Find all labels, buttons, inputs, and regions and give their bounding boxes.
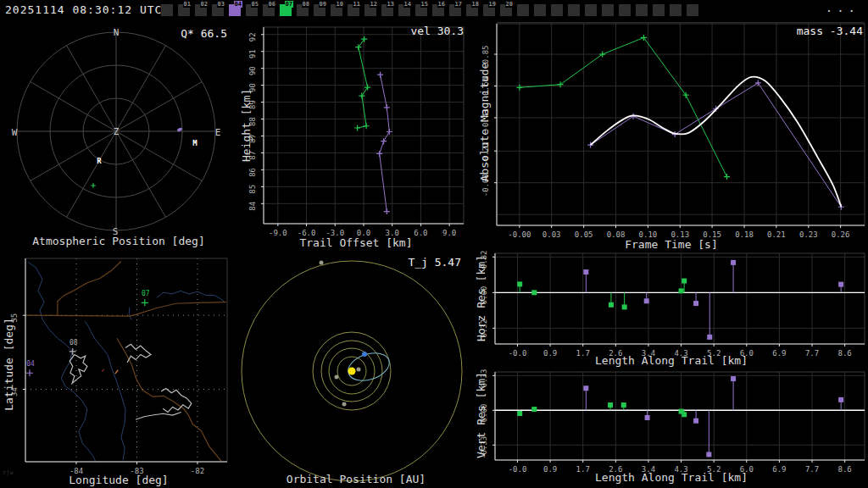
station-slot-x0[interactable] <box>161 4 173 16</box>
station-slot-label: 09 <box>319 1 327 8</box>
station-slot-x30[interactable] <box>670 4 682 16</box>
station-slot-x26[interactable] <box>602 4 614 16</box>
station-slot-18[interactable]: 18 <box>466 4 478 16</box>
station-slot-label: 15 <box>420 1 429 8</box>
svg-text:N: N <box>114 27 120 38</box>
overflow-menu[interactable]: ... <box>826 1 860 14</box>
station-slot-16[interactable]: 16 <box>432 4 444 16</box>
station-slot-04[interactable]: 04 <box>229 4 241 16</box>
station-slot-x28[interactable] <box>636 4 648 16</box>
station-slot-x21[interactable] <box>517 4 529 16</box>
station-slot-17[interactable]: 17 <box>449 4 461 16</box>
station-slot-12[interactable]: 12 <box>364 4 376 16</box>
station-slot-label: 06 <box>268 1 276 8</box>
watermark: rjw <box>3 469 14 476</box>
station-slot-label: 12 <box>370 1 378 8</box>
svg-text:08: 08 <box>70 339 78 347</box>
station-slot-x25[interactable] <box>585 4 597 16</box>
station-slot-label: 01 <box>183 1 192 8</box>
orbital-diagram <box>237 251 475 488</box>
station-slot-label: 20 <box>505 1 514 8</box>
svg-text:92: 92 <box>248 32 257 42</box>
station-slot-01[interactable]: 01 <box>178 4 190 16</box>
utc-clock: 20251114 08:30:12 UTC <box>5 3 162 16</box>
trail-offset-chart: -9.0-6.0-3.00.03.06.09.09291909089888787… <box>237 20 475 254</box>
station-slot-10[interactable]: 10 <box>331 4 342 16</box>
station-slot-06[interactable]: 06 <box>263 4 275 16</box>
svg-text:91: 91 <box>248 49 257 58</box>
meteor-analysis-window: 20251114 08:30:12 UTC 010203040506070809… <box>0 0 868 488</box>
svg-text:84: 84 <box>248 202 257 211</box>
station-slot-label: 02 <box>200 1 209 8</box>
station-slot-14[interactable]: 14 <box>398 4 410 16</box>
horz-xlabel: Length Along Trail [km] <box>475 354 868 367</box>
station-slot-label: 16 <box>437 1 446 8</box>
panel-trail-offset: -9.0-6.0-3.00.03.06.09.09291909089888787… <box>237 20 475 254</box>
station-slot-label: 14 <box>403 1 412 8</box>
vert-res-chart: -0.00.91.72.63.44.35.26.06.97.78.60.330.… <box>475 369 868 488</box>
horz-ylabel: Horz Res [km] <box>475 255 487 341</box>
station-slot-label: 19 <box>488 1 497 8</box>
vert-xlabel: Length Along Trail [km] <box>475 471 868 484</box>
station-slot-09[interactable]: 09 <box>314 4 326 16</box>
station-slot-x23[interactable] <box>551 4 563 16</box>
station-slot-label: 08 <box>302 1 310 8</box>
station-slot-label: 07 <box>285 1 293 8</box>
map-ylabel: Latitude [deg] <box>3 318 15 411</box>
station-slot-11[interactable]: 11 <box>348 4 359 16</box>
station-slot-x29[interactable] <box>653 4 665 16</box>
atmospheric-polar-plot: NESWZMR <box>0 20 237 254</box>
mass-value: mass -3.44 <box>797 25 863 37</box>
trail-ylabel: Height [km] <box>240 89 253 162</box>
panel-magnitude: -0.000.030.050.080.100.130.150.180.210.2… <box>475 20 868 254</box>
station-slot-x24[interactable] <box>568 4 580 16</box>
svg-text:85: 85 <box>248 185 257 194</box>
atmospheric-caption: Atmospheric Position [deg] <box>0 235 237 247</box>
station-slot-08[interactable]: 08 <box>297 4 309 16</box>
topbar: 20251114 08:30:12 UTC 010203040506070809… <box>0 0 868 20</box>
station-slot-07[interactable]: 07 <box>280 4 292 16</box>
station-slot-05[interactable]: 05 <box>246 4 258 16</box>
station-slot-label: 03 <box>217 1 225 8</box>
orbital-caption: Orbital Position [AU] <box>237 473 475 485</box>
panel-vert-res: -0.00.91.72.63.44.35.26.06.97.78.60.330.… <box>475 369 868 488</box>
station-slot-label: 18 <box>471 1 480 8</box>
magnitude-ylabel: Absolute Magnitude <box>478 63 491 182</box>
station-slot-label: 04 <box>234 1 242 8</box>
station-slot-x27[interactable] <box>619 4 631 16</box>
station-slot-x31[interactable] <box>687 4 698 16</box>
magnitude-chart: -0.000.030.050.080.100.130.150.180.210.2… <box>475 20 868 254</box>
panel-ground-map: -84-83-823534040807 Longitude [deg] Lati… <box>0 251 237 488</box>
svg-text:R: R <box>97 157 102 165</box>
station-slot-15[interactable]: 15 <box>415 4 427 16</box>
svg-text:04: 04 <box>26 360 35 368</box>
panel-atmospheric-position: NESWZMR Q* 66.5 Atmospheric Position [de… <box>0 20 237 254</box>
svg-text:90: 90 <box>248 66 257 75</box>
station-slot-03[interactable]: 03 <box>212 4 224 16</box>
vert-ylabel: Vert Res [km] <box>475 372 487 458</box>
station-slot-label: 17 <box>454 1 463 8</box>
ground-track-map: -84-83-823534040807 <box>0 251 237 488</box>
svg-text:M: M <box>192 139 198 147</box>
svg-text:07: 07 <box>142 290 150 297</box>
station-slot-x22[interactable] <box>534 4 546 16</box>
station-slot-label: 10 <box>336 1 344 8</box>
station-slot-20[interactable]: 20 <box>500 4 512 16</box>
svg-text:86: 86 <box>248 168 257 177</box>
station-slot-label: 05 <box>251 1 259 8</box>
magnitude-xlabel: Frame Time [s] <box>475 238 868 251</box>
station-slot-02[interactable]: 02 <box>195 4 207 16</box>
svg-text:W: W <box>12 127 18 138</box>
trail-xlabel: Trail Offset [km] <box>237 236 475 249</box>
svg-text:Z: Z <box>114 126 120 137</box>
horz-res-chart: -0.00.91.72.63.44.35.26.06.97.78.60.320.… <box>475 251 868 369</box>
station-slot-label: 13 <box>387 1 395 8</box>
svg-text:E: E <box>215 127 221 138</box>
tisserand-value: T_j 5.47 <box>408 256 461 269</box>
station-slot-label: 11 <box>353 1 361 8</box>
station-slot-19[interactable]: 19 <box>483 4 495 16</box>
panel-orbital-position: T_j 5.47 Orbital Position [AU] <box>237 251 475 488</box>
station-slot-13[interactable]: 13 <box>381 4 393 16</box>
panel-horz-res: -0.00.91.72.63.44.35.26.06.97.78.60.320.… <box>475 251 868 369</box>
velocity-value: vel 30.3 <box>410 25 464 37</box>
